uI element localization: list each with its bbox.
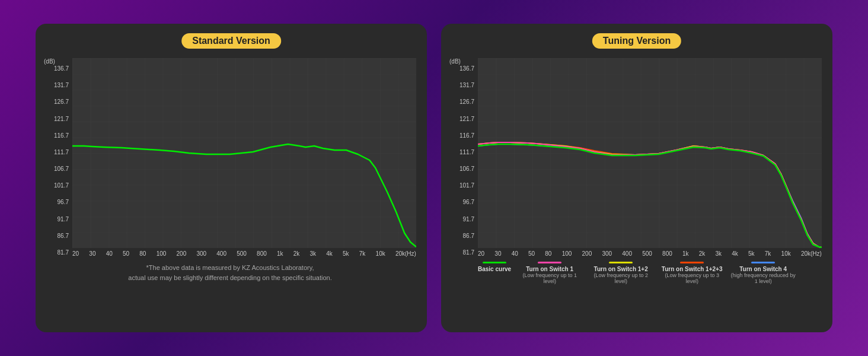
legend-basic-line — [483, 262, 506, 263]
tuning-x-axis: 20 30 40 50 80 100 200 300 400 500 800 1… — [478, 248, 822, 257]
standard-graph-container: 20 30 40 50 80 100 200 300 400 500 800 1… — [72, 58, 416, 257]
legend-switch4: Turn on Switch 4 (high frequency reduced… — [730, 262, 796, 284]
legend-switch4-line — [751, 262, 775, 263]
legend-basic: Basic curve — [478, 262, 511, 272]
legend-switch123: Turn on Switch 1+2+3 (Low frequency up t… — [659, 262, 725, 284]
tuning-chart-area: (dB) 136.7 131.7 126.7 121.7 116.7 111.7… — [449, 58, 822, 257]
tuning-graph — [478, 58, 822, 248]
tuning-y-axis: 136.7 131.7 126.7 121.7 116.7 111.7 106.… — [453, 66, 478, 256]
tuning-legend: Basic curve Turn on Switch 1 (Low freque… — [449, 262, 822, 284]
tuning-version-card: Tuning Version (dB) 136.7 131.7 126.7 12… — [441, 24, 832, 332]
legend-switch12: Turn on Switch 1+2 (Low frequency up to … — [588, 262, 653, 284]
tuning-graph-container: 20 30 40 50 80 100 200 300 400 500 800 1… — [478, 58, 822, 257]
standard-title: Standard Version — [181, 33, 281, 49]
tuning-y-unit: (dB) — [449, 58, 461, 65]
legend-switch12-line — [609, 262, 633, 263]
standard-y-axis: 136.7 131.7 126.7 121.7 116.7 111.7 106.… — [47, 66, 72, 256]
standard-y-unit: (dB) — [44, 58, 55, 65]
standard-x-axis: 20 30 40 50 80 100 200 300 400 500 800 1… — [72, 248, 416, 257]
standard-chart-area: (dB) 136.7 131.7 126.7 121.7 116.7 111.7… — [44, 58, 416, 257]
svg-rect-3 — [478, 58, 822, 248]
tuning-title: Tuning Version — [592, 33, 681, 49]
standard-version-card: Standard Version (dB) 136.7 131.7 126.7 … — [36, 24, 427, 332]
standard-footnote: *The above data is measured by KZ Acoust… — [44, 263, 416, 282]
legend-switch123-line — [680, 262, 704, 263]
legend-switch1-line — [538, 262, 561, 263]
legend-switch1: Turn on Switch 1 (Low frequency up to 1 … — [517, 262, 582, 284]
standard-graph — [72, 58, 416, 248]
